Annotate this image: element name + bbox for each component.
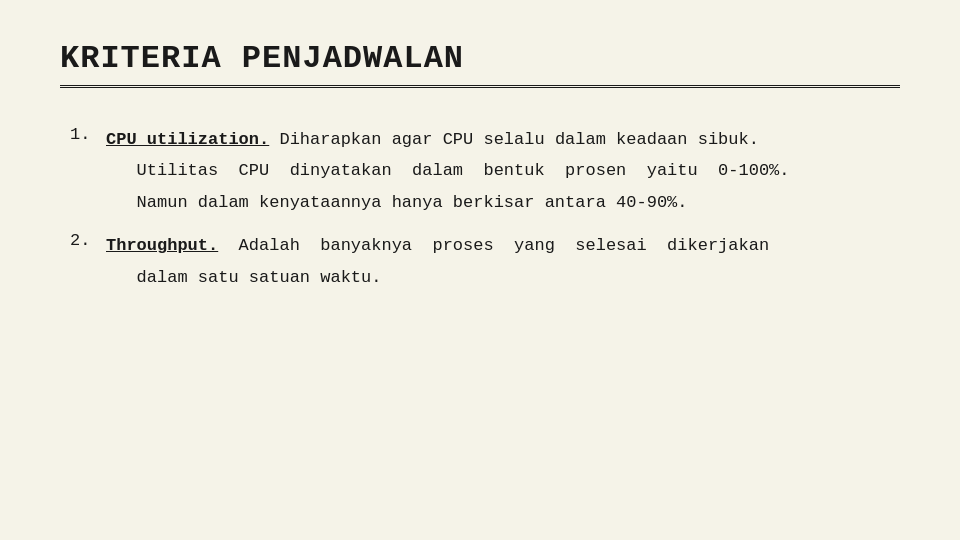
list-number-1: 1. [70,124,106,144]
item2-text: Throughput. Adalah banyaknya proses yang… [106,236,769,286]
page: KRITERIA PENJADWALAN 1. CPU utilization.… [0,0,960,540]
item1-line2: Utilitas CPU dinyatakan dalam bentuk pro… [106,161,790,180]
list-item-1: 1. CPU utilization. Diharapkan agar CPU … [70,124,900,218]
item1-line3: Namun dalam kenyataannya hanya berkisar … [106,193,688,212]
item1-text: CPU utilization. Diharapkan agar CPU sel… [106,130,790,212]
item2-term: Throughput. [106,236,218,255]
item1-term: CPU utilization. [106,130,269,149]
item1-line1: Diharapkan agar CPU selalu dalam keadaan… [279,130,758,149]
list-body-2: Throughput. Adalah banyaknya proses yang… [106,230,900,293]
list-item-2: 2. Throughput. Adalah banyaknya proses y… [70,230,900,293]
item2-line2: dalam satu satuan waktu. [106,268,381,287]
page-title: KRITERIA PENJADWALAN [60,40,900,77]
divider [60,85,900,88]
item2-line1: Adalah banyaknya proses yang selesai dik… [228,236,769,255]
list-body-1: CPU utilization. Diharapkan agar CPU sel… [106,124,900,218]
list-number-2: 2. [70,230,106,250]
content-area: 1. CPU utilization. Diharapkan agar CPU … [60,124,900,293]
